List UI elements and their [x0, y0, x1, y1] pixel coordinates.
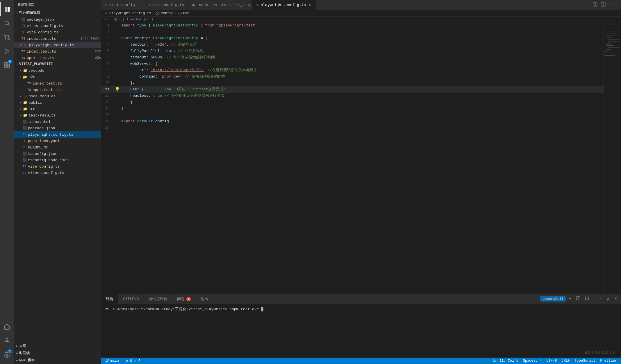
terminal-shell-selector[interactable]: powershell: [540, 296, 566, 302]
status-indentation[interactable]: Spaces: 4: [521, 358, 544, 364]
activity-bar-extensions[interactable]: 6: [0, 58, 14, 72]
open-editor-playwright-config[interactable]: ● TS playwright.config.ts: [14, 42, 101, 48]
tab-close-button[interactable]: ×: [308, 3, 312, 8]
activity-bar-account[interactable]: [0, 334, 14, 348]
terminal-tab-label: GITLENS: [123, 297, 139, 301]
terminal-add-button[interactable]: +: [567, 295, 573, 302]
terminal-tab-debug[interactable]: 调试控制台: [144, 294, 172, 304]
open-editor-index-test[interactable]: TS index.test.ts src\_test_: [14, 35, 101, 42]
svg-rect-16: [595, 2, 597, 6]
terminal-cursor: [261, 307, 263, 311]
tab-actions: ···: [589, 0, 621, 10]
terminal-tab-label: 调试控制台: [149, 296, 167, 302]
tree-item-label: .vscode: [28, 69, 101, 73]
open-editor-vitest-config[interactable]: TS vitest.config.ts: [14, 23, 101, 29]
open-editor-package-json[interactable]: ⬛ package.json: [14, 16, 101, 23]
open-editor-oper-test-e2e[interactable]: TS oper.test.ts e2e: [14, 55, 101, 61]
code-line-9: 9 command: 'pnpm dev' // 使用启动服务的脚本: [101, 73, 604, 80]
json2-icon: ⬛: [22, 151, 27, 156]
svg-point-5: [8, 38, 10, 40]
status-bar: main ⊗ 0 ⚠ 0 Ln 11, Col 5 Spaces: 4 UTF-…: [101, 358, 621, 364]
activity-bar-settings[interactable]: 1: [0, 348, 14, 362]
tree-item-tsconfig[interactable]: ⬛ tsconfig.json: [14, 150, 101, 157]
terminal-collapse-button[interactable]: ∧: [605, 295, 611, 303]
line-num-8: 8: [101, 67, 114, 73]
gutter-icon-11[interactable]: 💡: [114, 86, 120, 93]
open-editor-vite-config[interactable]: V vite.config.ts: [14, 29, 101, 35]
tree-item-label: tsconfig.json: [28, 152, 101, 156]
line-num-9: 9: [101, 73, 114, 80]
vite-icon: V: [21, 30, 26, 35]
status-cursor-position[interactable]: Ln 11, Col 5: [491, 358, 520, 364]
svg-rect-25: [606, 35, 615, 35]
more-actions-button[interactable]: ···: [608, 2, 619, 8]
activity-bar-remote[interactable]: [0, 320, 14, 334]
tab-vite-config[interactable]: V vite.config.ts: [145, 0, 188, 10]
tree-item-package-json[interactable]: ⬛ package.json: [14, 125, 101, 131]
breadcrumb-config[interactable]: config: [161, 11, 173, 15]
tab-index-test[interactable]: TS index.test.ts ...\\_test_: [188, 0, 252, 10]
tree-item-vite-config[interactable]: TS vite.config.ts: [14, 163, 101, 170]
svg-rect-15: [593, 2, 595, 6]
tree-item-playwright-config[interactable]: TS playwright.config.ts: [14, 131, 101, 138]
status-encoding[interactable]: UTF-8: [545, 358, 559, 364]
project-tree-header[interactable]: ▾ VITEST_PLAYWRITE: [14, 61, 101, 67]
breadcrumb-use[interactable]: use: [183, 11, 190, 15]
npm-scripts-header[interactable]: ▶ NPM 脚本: [14, 357, 101, 364]
tree-item-e2e[interactable]: ▾ 📂 e2e: [14, 74, 101, 80]
tree-item-oper-test[interactable]: TS oper.test.ts: [14, 87, 101, 93]
open-editors-header[interactable]: ▾ 打开的编辑器: [14, 9, 101, 16]
terminal-tab-terminal[interactable]: 终端: [101, 294, 118, 304]
tree-item-pnpm-lock[interactable]: Y pnpm-lock.yaml: [14, 138, 101, 144]
open-editor-index-test-e2e[interactable]: TS index.test.ts e2e: [14, 48, 101, 55]
terminal-tab-gitlens[interactable]: GITLENS: [118, 294, 144, 304]
timeline-header[interactable]: ▶ 时间线: [14, 349, 101, 357]
terminal-more-button[interactable]: ···: [592, 295, 604, 302]
tree-item-vitest-config[interactable]: TS vitest.config.ts: [14, 170, 101, 176]
tab-ts-icon-active: TS: [255, 3, 259, 7]
activity-bar-source-control[interactable]: [0, 30, 14, 44]
code-line-3: 3 const config: PlaywrightTestConfig = {: [101, 35, 604, 42]
line-content-14: }: [120, 105, 604, 112]
outline-header[interactable]: ▶ 大纲: [14, 342, 101, 349]
status-formatter[interactable]: Prettier: [598, 358, 619, 364]
tree-item-readme[interactable]: M README.md: [14, 144, 101, 150]
tab-test-config[interactable]: TS test.config.ts: [101, 0, 145, 10]
terminal-kill-button[interactable]: [583, 295, 591, 303]
activity-bar-run[interactable]: [0, 44, 14, 58]
status-git-branch[interactable]: main: [104, 358, 121, 364]
code-container[interactable]: 1 import type { PlaywrightTestConfig } f…: [101, 22, 604, 294]
status-errors[interactable]: ⊗ 0 ⚠ 0: [124, 358, 142, 364]
ts-icon-3: TS: [21, 49, 26, 54]
status-language[interactable]: TypeScript: [573, 358, 597, 364]
tab-playwright-config[interactable]: TS playwright.config.ts ×: [252, 0, 315, 10]
tree-item-vscode[interactable]: ▶ 📁 .vscode: [14, 67, 101, 74]
shell-label: powershell: [543, 297, 563, 301]
tree-item-node-modules[interactable]: ▶ ⬡ node_modules: [14, 93, 101, 99]
tree-item-public[interactable]: ▶ 📁 public: [14, 99, 101, 106]
split-editor-button[interactable]: [592, 1, 599, 9]
tab-overflow-button[interactable]: ···: [316, 0, 327, 10]
sidebar-bottom-sections: ▶ 大纲 ▶ 时间线 ▶ NPM 脚本: [14, 342, 101, 364]
modified-dot: ●: [20, 43, 22, 47]
tree-item-src[interactable]: ▶ 📁 src: [14, 106, 101, 112]
line-content-6: timeout: 50000, // 每个测试最大的执行时间: [120, 54, 604, 61]
tree-item-index-html[interactable]: ⬛ index.html: [14, 119, 101, 125]
json-icon: ⬛: [21, 17, 26, 22]
extensions-badge: 6: [8, 60, 12, 64]
status-line-ending[interactable]: CRLF: [560, 358, 572, 364]
tree-item-tsconfig-node[interactable]: ⬛ tsconfig.node.json: [14, 157, 101, 163]
terminal-tab-problems[interactable]: 问题 1: [172, 294, 196, 304]
minimap: [604, 22, 621, 294]
activity-bar-explorer[interactable]: [0, 2, 14, 16]
breadcrumb-file[interactable]: playwright.config.ts: [109, 11, 151, 15]
terminal-close-button[interactable]: ×: [612, 295, 619, 302]
editor-layout-button[interactable]: [600, 1, 607, 9]
terminal-content[interactable]: PS D:\work\myself\common-study\工程化\vites…: [101, 304, 621, 358]
terminal-split-button[interactable]: [574, 295, 582, 303]
terminal-tab-output[interactable]: 输出: [196, 294, 213, 304]
tree-item-index-test[interactable]: TS index.test.ts: [14, 80, 101, 87]
code-line-14: 14 }: [101, 105, 604, 112]
activity-bar-search[interactable]: [0, 16, 14, 30]
tree-item-test-results[interactable]: ▶ 📁 test-results: [14, 112, 101, 119]
